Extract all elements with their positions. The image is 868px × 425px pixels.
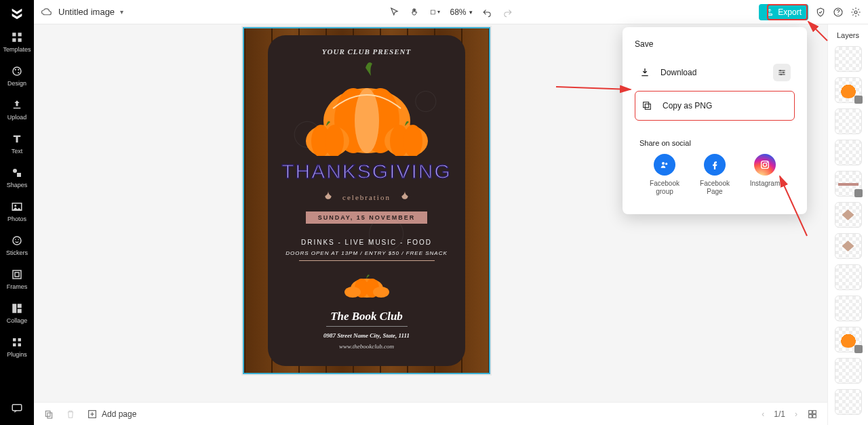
svg-rect-61 [813, 414, 816, 418]
svg-rect-55 [45, 411, 50, 416]
svg-rect-1 [18, 33, 22, 36]
svg-point-36 [325, 125, 344, 156]
svg-point-15 [18, 239, 20, 241]
frames-icon [11, 268, 23, 281]
sidebar-item-plugins[interactable]: Plugins [0, 336, 34, 358]
share-label: Instagram [750, 180, 780, 188]
design-page[interactable]: YOUR CLUB PRESENT THANKSGIV [243, 27, 490, 374]
sidebar-item-design[interactable]: Design [0, 65, 34, 87]
shield-icon[interactable] [815, 7, 826, 18]
zoom-level[interactable]: 68% ▾ [450, 7, 472, 17]
svg-point-14 [15, 239, 16, 241]
svg-point-33 [355, 88, 379, 153]
sidebar-item-templates[interactable]: Templates [0, 31, 34, 53]
layer-thumb-strip[interactable] [835, 171, 862, 197]
layers-heading: Layers [837, 31, 859, 39]
redo-icon[interactable] [502, 7, 513, 18]
svg-point-46 [783, 72, 784, 73]
document-title[interactable]: Untitled image [58, 7, 115, 17]
svg-rect-48 [644, 102, 649, 108]
svg-point-51 [665, 163, 667, 165]
sidebar-item-label: Design [7, 80, 26, 87]
delete-page-icon[interactable] [65, 409, 76, 420]
upload-icon [11, 99, 23, 111]
design-icon [11, 65, 23, 77]
app-logo[interactable] [9, 5, 25, 22]
next-page-icon[interactable]: › [795, 409, 797, 419]
layer-thumb[interactable] [835, 296, 862, 321]
svg-rect-18 [12, 304, 16, 313]
prev-page-icon[interactable]: ‹ [762, 409, 764, 419]
collage-icon [11, 302, 23, 315]
flyer-info2: DOORS OPEN AT 13PM / ENTRY $50 / FREE SN… [280, 250, 453, 256]
sidebar-item-text[interactable]: Text [0, 133, 34, 155]
sidebar-feedback-icon[interactable] [11, 402, 23, 417]
text-icon [11, 133, 23, 145]
svg-rect-20 [18, 309, 22, 313]
sidebar-item-upload[interactable]: Upload [0, 99, 34, 121]
layer-thumb[interactable] [835, 108, 862, 134]
share-facebook-group[interactable]: Facebook group [644, 154, 685, 196]
layer-thumb-pumpkin[interactable] [835, 77, 862, 103]
sidebar-item-label: Upload [7, 114, 27, 121]
pumpkin-graphic [292, 61, 441, 156]
copy-as-png-option[interactable]: Copy as PNG [635, 91, 795, 121]
top-toolbar: Untitled image ▾ ▾ 68% ▾ Export [34, 0, 868, 24]
cloud-sync-icon[interactable] [41, 6, 53, 18]
svg-point-28 [837, 14, 838, 14]
layer-thumb-leaf[interactable] [835, 202, 862, 228]
flyer-present-text: YOUR CLUB PRESENT [280, 47, 453, 56]
title-chevron-down-icon[interactable]: ▾ [120, 8, 123, 16]
sidebar-item-stickers[interactable]: Stickers [0, 235, 34, 256]
svg-point-12 [14, 205, 16, 207]
layer-thumb[interactable] [835, 389, 862, 415]
sidebar-item-label: Shapes [7, 182, 28, 188]
sidebar-item-frames[interactable]: Frames [0, 268, 34, 290]
duplicate-page-icon[interactable] [43, 409, 54, 420]
leaf-right-icon [397, 190, 412, 205]
svg-point-54 [767, 162, 768, 163]
undo-icon[interactable] [482, 7, 493, 18]
flyer-info1: DRINKS - LIVE MUSIC - FOOD [280, 239, 453, 246]
help-icon[interactable] [833, 7, 844, 18]
export-button[interactable]: Export [759, 4, 808, 20]
flyer-title: THANKSGIVING [280, 160, 453, 183]
cursor-tool-icon[interactable] [389, 7, 399, 18]
sidebar-item-shapes[interactable]: Shapes [0, 167, 34, 188]
svg-point-29 [854, 11, 857, 14]
settings-icon[interactable] [850, 7, 861, 18]
share-instagram[interactable]: Instagram [745, 154, 785, 196]
svg-point-44 [373, 287, 389, 298]
svg-rect-8 [14, 108, 21, 109]
crop-tool-icon[interactable]: ▾ [429, 7, 440, 18]
layer-thumb[interactable] [835, 140, 862, 165]
download-option[interactable]: Download [635, 57, 795, 88]
flyer-date-badge: SUNDAY, 15 NOVEMBER [306, 211, 428, 224]
layer-thumb[interactable] [835, 46, 862, 72]
svg-point-9 [13, 169, 17, 173]
sidebar-item-photos[interactable]: Photos [0, 201, 34, 222]
shapes-icon [11, 167, 23, 179]
layer-thumb[interactable] [835, 264, 862, 290]
sidebar-item-collage[interactable]: Collage [0, 302, 34, 324]
sidebar-item-label: Templates [3, 46, 31, 53]
svg-rect-26 [431, 10, 435, 14]
layer-thumb-leaf[interactable] [835, 233, 862, 259]
download-settings-button[interactable] [773, 64, 791, 81]
flyer-divider [299, 260, 435, 261]
svg-rect-23 [13, 344, 16, 347]
share-facebook-page[interactable]: Facebook Page [694, 154, 735, 196]
layer-thumb[interactable] [835, 358, 862, 384]
copy-png-label: Copy as PNG [663, 101, 712, 110]
layer-thumb-pumpkin[interactable] [835, 327, 862, 352]
sidebar-item-label: Text [12, 148, 23, 155]
svg-rect-21 [13, 338, 16, 342]
svg-rect-24 [18, 344, 22, 347]
add-page-button[interactable]: Add page [87, 409, 136, 420]
svg-rect-60 [809, 414, 812, 418]
hand-tool-icon[interactable] [409, 7, 420, 18]
download-label: Download [660, 68, 696, 77]
page-grid-icon[interactable] [807, 409, 818, 420]
svg-point-6 [18, 69, 19, 70]
svg-rect-17 [15, 272, 19, 277]
